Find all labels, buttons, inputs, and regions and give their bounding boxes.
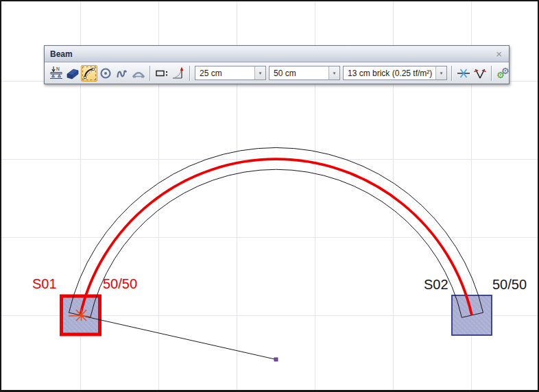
radius-line [82, 316, 276, 360]
toolbar-separator [491, 66, 492, 81]
intersection-snap-icon [456, 66, 471, 81]
chevron-down-icon[interactable]: ▼ [328, 66, 339, 79]
node-label-right: S02 [424, 278, 448, 291]
beam-with-load-icon: N [49, 66, 64, 81]
beam-material-value: 13 cm brick (0.25 tf/m²) [344, 66, 435, 79]
section-label-left: 50/50 [103, 277, 137, 291]
arc-center-point[interactable] [274, 358, 278, 361]
close-icon[interactable]: × [494, 49, 503, 59]
cross-section-button[interactable] [154, 65, 170, 82]
break-intersections-icon [472, 66, 488, 81]
beam-width-value: 25 cm [195, 66, 254, 79]
beam-3d-icon [65, 66, 80, 81]
arc-radius-button[interactable] [170, 65, 187, 82]
beam-with-load-button[interactable]: N [48, 65, 64, 82]
beam-width-combobox[interactable]: 25 cm ▼ [195, 66, 266, 80]
svg-text:N: N [56, 66, 60, 71]
circular-beam-button[interactable] [97, 65, 114, 82]
arc-radius-icon [171, 66, 186, 81]
arch-bridge-icon [131, 66, 146, 81]
toolbar-body: N [45, 62, 509, 84]
beam-height-value: 50 cm [270, 66, 328, 79]
toolbar-separator [149, 66, 151, 81]
arch-bridge-button[interactable] [130, 65, 147, 82]
toolbar-separator [451, 66, 453, 81]
chevron-down-icon[interactable]: ▼ [435, 66, 446, 79]
beam-height-combobox[interactable]: 50 cm ▼ [269, 66, 340, 80]
beam-material-combobox[interactable]: 13 cm brick (0.25 tf/m²) ▼ [343, 66, 447, 80]
beam-axis-selected[interactable] [80, 159, 472, 315]
toolbar-separator [189, 66, 191, 81]
spline-beam-button[interactable] [114, 65, 130, 82]
settings-gears-icon: ⚙ ⚙ [496, 66, 511, 81]
chevron-down-icon[interactable]: ▼ [254, 66, 265, 79]
section-label-right: 50/50 [492, 278, 527, 291]
break-intersections-button[interactable] [472, 65, 488, 82]
toolbar-title: Beam [50, 49, 494, 59]
settings-button[interactable]: ⚙ ⚙ [495, 65, 512, 82]
arc-beam-icon [82, 66, 97, 81]
spline-beam-icon [115, 66, 130, 81]
toolbar-titlebar[interactable]: Beam × [45, 46, 509, 62]
application-window: S01 50/50 S02 50/50 Beam × N [0, 0, 539, 392]
intersection-snap-button[interactable] [455, 65, 472, 82]
cross-section-icon [154, 66, 169, 81]
circular-beam-icon [98, 66, 113, 81]
node-label-left: S01 [32, 277, 57, 291]
arc-beam-button[interactable] [81, 65, 97, 82]
beam-outline[interactable] [69, 147, 483, 317]
beam-3d-button[interactable] [64, 65, 81, 82]
beam-toolbar-window: Beam × N [44, 45, 510, 84]
